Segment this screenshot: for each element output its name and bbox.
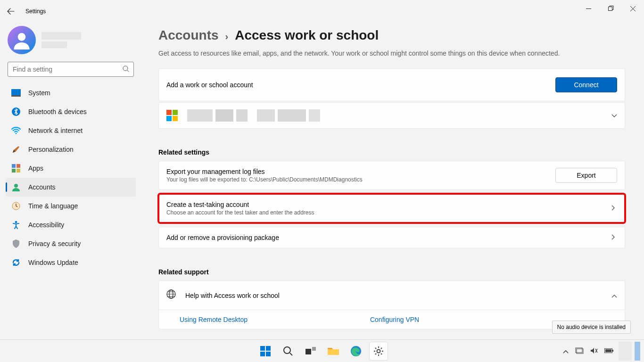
apps-icon	[11, 164, 21, 173]
start-button[interactable]	[256, 342, 275, 361]
maximize-button[interactable]	[600, 0, 622, 17]
audio-tooltip: No audio device is installed	[552, 321, 631, 334]
person-icon	[12, 31, 31, 49]
svg-rect-0	[608, 7, 612, 11]
sidebar-item-label: Windows Update	[28, 259, 78, 266]
taskbar-edge[interactable]	[347, 342, 365, 361]
microsoft-logo-icon	[166, 110, 178, 121]
shield-icon	[11, 239, 21, 248]
account-info-redacted	[187, 109, 320, 122]
accessibility-icon	[11, 220, 21, 230]
sidebar-item-label: Time & language	[28, 202, 78, 210]
main-content: Accounts › Access work or school Get acc…	[141, 22, 644, 339]
globe-icon	[166, 289, 176, 301]
taskbar-settings[interactable]	[369, 342, 388, 361]
help-row[interactable]: Help with Access work or school	[159, 281, 625, 310]
svg-point-24	[377, 350, 380, 353]
sidebar-item-label: Accounts	[28, 183, 56, 191]
connected-account-row[interactable]	[158, 102, 625, 129]
clock-icon	[11, 201, 21, 211]
sidebar-item-label: Bluetooth & devices	[28, 108, 87, 115]
bluetooth-icon	[11, 107, 21, 116]
svg-point-20	[284, 347, 290, 354]
search-icon	[283, 346, 293, 356]
profile-email-redacted	[41, 41, 67, 48]
svg-point-1	[18, 33, 26, 41]
profile-name-redacted	[41, 32, 81, 40]
window-title: Settings	[22, 8, 46, 15]
export-logs-row: Export your management log files Your lo…	[159, 161, 625, 189]
svg-rect-28	[612, 350, 613, 352]
chevron-right-icon: ›	[225, 31, 229, 42]
taskview-icon	[305, 347, 316, 355]
tray-clock-redacted[interactable]	[619, 342, 632, 361]
titlebar: Settings	[0, 0, 644, 22]
svg-point-13	[15, 221, 17, 223]
chevron-right-icon	[611, 234, 617, 241]
provisioning-row[interactable]: Add or remove a provisioning package	[158, 227, 625, 248]
svg-rect-19	[266, 352, 271, 356]
wifi-icon	[11, 126, 21, 135]
related-settings-heading: Related settings	[158, 148, 625, 156]
sidebar-item-label: Personalization	[28, 146, 74, 153]
svg-rect-21	[305, 349, 311, 354]
profile-block[interactable]	[2, 22, 140, 62]
maximize-icon	[608, 6, 614, 11]
test-account-row[interactable]: Create a test-taking account Choose an a…	[158, 194, 625, 223]
svg-rect-16	[260, 346, 265, 351]
sidebar-item-bluetooth[interactable]: Bluetooth & devices	[6, 102, 136, 121]
tray-notifications[interactable]	[635, 342, 640, 361]
display-icon	[11, 88, 21, 98]
close-button[interactable]	[622, 0, 644, 17]
sidebar-item-privacy[interactable]: Privacy & security	[6, 234, 136, 253]
link-remote-desktop[interactable]: Using Remote Desktop	[180, 316, 248, 323]
add-account-card: Add a work or school account Connect	[158, 68, 625, 101]
svg-rect-4	[11, 95, 21, 97]
search-icon	[123, 66, 129, 74]
close-icon	[630, 6, 636, 11]
chevron-down-icon	[611, 112, 617, 119]
sidebar-item-update[interactable]: Windows Update	[6, 253, 136, 272]
taskbar	[0, 339, 644, 362]
svg-point-11	[14, 184, 18, 188]
breadcrumb: Accounts › Access work or school	[158, 28, 625, 43]
search-input[interactable]	[8, 62, 134, 77]
sidebar-item-label: Accessibility	[28, 221, 64, 229]
tray-battery-icon[interactable]	[603, 346, 616, 357]
avatar	[8, 26, 36, 54]
svg-rect-29	[605, 349, 611, 352]
tray-onedrive-icon[interactable]	[573, 346, 586, 357]
svg-rect-22	[312, 347, 316, 351]
export-button[interactable]: Export	[555, 168, 617, 183]
chevron-up-icon	[611, 292, 617, 299]
sidebar-item-personalization[interactable]: Personalization	[6, 140, 136, 159]
sidebar-item-label: Privacy & security	[28, 240, 81, 247]
minimize-button[interactable]	[578, 0, 600, 17]
windows-icon	[260, 346, 271, 356]
export-sub: Your log files will be exported to: C:\U…	[166, 176, 363, 183]
svg-rect-17	[266, 346, 271, 351]
sidebar: System Bluetooth & devices Network & int…	[0, 22, 141, 339]
taskbar-search[interactable]	[279, 342, 297, 361]
sidebar-item-apps[interactable]: Apps	[6, 159, 136, 178]
sidebar-item-accessibility[interactable]: Accessibility	[6, 215, 136, 234]
tray-overflow[interactable]	[561, 346, 570, 357]
edge-icon	[350, 346, 362, 357]
svg-rect-3	[11, 89, 21, 95]
back-button[interactable]	[0, 0, 22, 22]
system-tray	[561, 340, 640, 362]
test-sub: Choose an account for the test taker and…	[166, 209, 314, 216]
sidebar-item-network[interactable]: Network & internet	[6, 121, 136, 140]
connect-button[interactable]: Connect	[555, 77, 617, 92]
link-vpn[interactable]: Configuring VPN	[370, 316, 419, 323]
taskbar-explorer[interactable]	[324, 342, 343, 361]
breadcrumb-parent[interactable]: Accounts	[158, 28, 219, 43]
sidebar-item-system[interactable]: System	[6, 83, 136, 102]
breadcrumb-current: Access work or school	[235, 28, 379, 43]
tray-audio-icon[interactable]	[588, 346, 600, 357]
taskbar-taskview[interactable]	[301, 342, 320, 361]
search-container	[2, 62, 140, 83]
folder-icon	[328, 346, 339, 356]
sidebar-item-time[interactable]: Time & language	[6, 197, 136, 215]
sidebar-item-accounts[interactable]: Accounts	[6, 178, 136, 197]
